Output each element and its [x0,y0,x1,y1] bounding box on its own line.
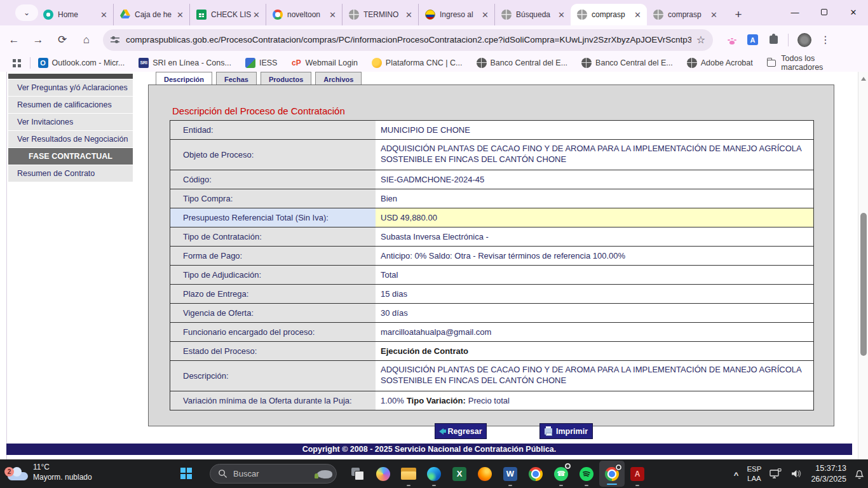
url-text[interactable]: compraspublicas.gob.ec/ProcesoContrataci… [126,35,691,44]
weather-widget[interactable]: 2 11°C Mayorm. nublado [8,462,92,482]
browser-tab-comprasp-active[interactable]: comprasp ✕ [571,4,647,25]
tab-descripcion[interactable]: Descripción [156,72,212,85]
chrome-button[interactable] [523,459,548,488]
tray-date: 26/3/2025 [811,475,846,484]
edge-button[interactable] [421,459,447,488]
window-close-button[interactable]: ✕ [839,0,868,24]
clock-widget[interactable]: 15:37:13 26/3/2025 [811,463,846,484]
spotify-icon [580,467,593,481]
bookmark-cnc[interactable]: Plataforma CNC | C... [372,58,463,68]
profile-avatar[interactable] [797,33,811,47]
paw-extension-icon[interactable] [727,37,737,46]
apps-grid-icon[interactable] [13,59,21,67]
tab-close-icon[interactable]: ✕ [480,10,491,20]
bookmark-star-icon[interactable]: ☆ [696,34,705,46]
bookmark-iess[interactable]: IESS [245,58,278,68]
firefox-button[interactable] [472,459,498,488]
home-favicon-icon [43,10,53,20]
scrollbar-thumb[interactable] [860,213,867,356]
start-button[interactable] [180,468,192,479]
tab-close-icon[interactable]: ✕ [556,10,567,20]
bookmark-adobe[interactable]: Adobe Acrobat [687,58,753,68]
sidebar-item-invitaciones[interactable]: Ver Invitaciones [8,114,133,130]
tab-close-icon[interactable]: ✕ [403,10,414,20]
window-maximize-button[interactable] [810,0,839,24]
site-info-icon[interactable] [111,36,119,44]
reload-button[interactable]: ⟳ [52,30,72,50]
google-favicon-icon [273,10,283,20]
browser-tab-termino[interactable]: TERMINO ✕ [342,4,418,25]
bookmark-outlook[interactable]: OOutlook.com - Micr... [38,58,125,68]
volume-icon[interactable] [790,469,803,478]
extensions-puzzle-icon[interactable] [770,36,778,44]
scroll-up-icon[interactable] [861,77,866,81]
browser-tab-ingreso[interactable]: Ingreso al ✕ [418,4,494,25]
acrobat-icon: A [630,467,644,481]
taskbar-search-input[interactable]: Buscar [210,464,337,484]
network-icon[interactable] [770,468,782,479]
notifications-bell-icon[interactable] [855,468,864,479]
sidebar-item-label: Resumen de Contrato [17,169,95,178]
all-bookmarks-label: Todos los marcadores [781,54,857,72]
table-row: Vigencia de Oferta: 30 días [170,303,813,322]
regresar-button[interactable]: Regresar [435,423,487,439]
tab-fechas[interactable]: Fechas [216,72,257,85]
chrome-active-button[interactable] [599,461,625,487]
spotify-button[interactable] [574,459,599,488]
tray-chevron-icon[interactable]: ^ [734,470,739,480]
tab-close-icon[interactable]: ✕ [251,10,262,20]
browser-tab-checklist[interactable]: CHECK LIS ✕ [189,4,266,25]
translate-icon[interactable]: A [747,34,758,45]
browser-tab-busqueda[interactable]: Búsqueda ✕ [494,4,571,25]
forward-button[interactable]: → [28,30,48,50]
sidebar-item-label: Ver Invitaciones [17,118,73,126]
copilot-button[interactable] [370,459,396,488]
bookmark-banco-central-1[interactable]: Banco Central del E... [477,58,568,68]
browser-tab-comprasp-2[interactable]: comprasp ✕ [647,4,723,25]
excel-button[interactable]: X [447,459,472,488]
task-view-button[interactable] [345,459,370,488]
all-bookmarks-button[interactable]: Todos los marcadores [767,54,857,72]
table-row: Funcionario encargado del proceso: marci… [170,322,813,341]
tab-close-icon[interactable]: ✕ [98,10,109,20]
browser-tab-noveltoon[interactable]: noveltoon ✕ [266,4,342,25]
home-button[interactable]: ⌂ [76,30,97,50]
bookmark-banco-central-2[interactable]: Banco Central del E... [581,58,673,68]
address-bar[interactable]: compraspublicas.gob.ec/ProcesoContrataci… [103,29,713,51]
tab-close-icon[interactable]: ✕ [709,10,719,20]
back-button[interactable]: ← [4,30,24,50]
tab-close-icon[interactable]: ✕ [175,10,186,20]
bookmark-sri[interactable]: SRISRI en Línea - Cons... [139,58,231,68]
table-row: Tipo Compra: Bien [170,189,813,208]
row-label: Descripción: [170,361,376,391]
browser-menu-icon[interactable]: ⋮ [820,34,838,46]
printer-icon [545,428,552,435]
sidebar-item-negociacion[interactable]: Ver Resultados de Negociación [8,131,133,147]
page-scrollbar[interactable] [858,72,868,459]
new-tab-button[interactable]: + [729,6,747,24]
sidebar-item-calificaciones[interactable]: Resumen de calificaciones [8,97,133,113]
tab-close-icon[interactable]: ✕ [632,10,643,20]
tab-productos[interactable]: Productos [261,72,311,85]
imprimir-button[interactable]: Imprimir [539,423,593,439]
browser-tab-drive[interactable]: Caja de he ✕ [113,4,189,25]
tab-close-icon[interactable]: ✕ [327,10,338,20]
whatsapp-button[interactable]: ☎ [548,459,574,488]
sidebar-item-resumen-contrato[interactable]: Resumen de Contrato [8,165,133,182]
tab-archivos[interactable]: Archivos [315,72,362,85]
tab-search-button[interactable]: ⌄ [15,4,38,21]
process-sidebar: Ver Preguntas y/ó Aclaraciones Resumen d… [8,74,133,182]
acrobat-button[interactable]: A [625,459,650,488]
outlook-icon: O [38,58,48,68]
browser-tab-home[interactable]: Home ✕ [37,4,113,25]
language-indicator[interactable]: ESP LAA [747,464,761,484]
running-indicator [508,485,512,487]
sidebar-section-fase-contractual: FASE CONTRACTUAL [8,148,133,165]
word-button[interactable]: W [498,459,523,488]
row-value: marcilloatahualpa@gmail.com [376,323,813,341]
window-minimize-button[interactable]: — [780,0,810,24]
sidebar-item-preguntas[interactable]: Ver Preguntas y/ó Aclaraciones [8,79,133,96]
bookmark-webmail[interactable]: cPWebmail Login [291,58,357,68]
file-explorer-button[interactable] [396,459,421,488]
maximize-icon [821,9,827,15]
